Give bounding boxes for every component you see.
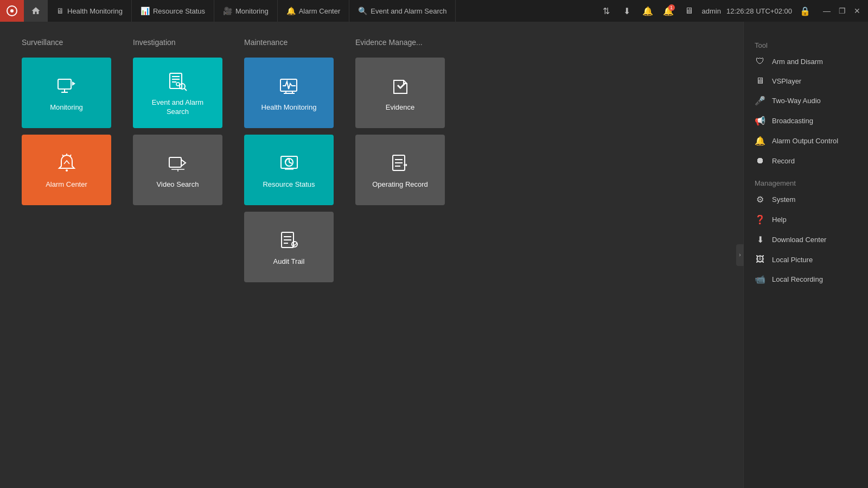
main-layout: Surveillance Monitoring: [0, 22, 868, 488]
health-monitoring-tab-icon: 🖥: [56, 7, 64, 15]
tab-event-alarm-search-label: Event and Alarm Search: [371, 7, 446, 15]
tile-alarm-center[interactable]: Alarm Center: [22, 135, 111, 205]
tab-health-monitoring-label: Health Monitoring: [67, 7, 123, 15]
sidebar-item-local-recording[interactable]: 📹 Local Recording: [744, 269, 868, 289]
investigation-tiles: Event and AlarmSearch Video Search: [133, 58, 222, 205]
svg-point-1: [10, 9, 14, 12]
sidebar-item-vsplayer-label: VSPlayer: [772, 77, 801, 85]
sidebar-management-section-title: Management: [744, 175, 868, 189]
tile-event-alarm-search-label: Event and AlarmSearch: [152, 98, 203, 117]
tile-health-monitoring-label: Health Monitoring: [261, 103, 317, 112]
tile-audit-trail-label: Audit Trail: [273, 257, 305, 267]
sidebar-item-local-picture-label: Local Picture: [772, 256, 813, 264]
tab-resource-status[interactable]: 📊 Resource Status: [132, 0, 214, 22]
alarm-badge: 1: [668, 4, 675, 11]
svg-point-33: [292, 242, 297, 247]
sidebar-item-local-picture[interactable]: 🖼 Local Picture: [744, 250, 868, 269]
alarm-center-tab-icon: 🔔: [286, 7, 296, 15]
sidebar-collapse-button[interactable]: ›: [736, 244, 744, 266]
sidebar-item-alarm-output-control[interactable]: 🔔 Alarm Output Control: [744, 131, 868, 151]
resource-status-tab-icon: 📊: [141, 7, 150, 15]
tile-video-search-label: Video Search: [157, 180, 199, 189]
tile-video-search[interactable]: Video Search: [133, 135, 222, 205]
categories-container: Surveillance Monitoring: [22, 38, 722, 282]
vsplayer-icon: 🖥: [755, 76, 765, 86]
sidebar-item-broadcasting[interactable]: 📢 Broadcasting: [744, 111, 868, 131]
svg-line-8: [62, 155, 63, 156]
sidebar-item-download-center[interactable]: ⬇ Download Center: [744, 230, 868, 250]
tab-alarm-center[interactable]: 🔔 Alarm Center: [278, 0, 350, 22]
alarm-icon[interactable]: 🔔1: [661, 3, 676, 18]
monitor-icon[interactable]: 🖥: [681, 3, 697, 18]
username: admin: [702, 7, 721, 15]
close-button[interactable]: ✕: [852, 5, 863, 16]
tile-monitoring[interactable]: Monitoring: [22, 58, 111, 128]
maintenance-tiles: Health Monitoring Resource Status: [244, 58, 334, 282]
category-investigation: Investigation Event and Al: [133, 38, 222, 282]
sidebar-item-download-center-label: Download Center: [772, 236, 826, 244]
sidebar: › Tool 🛡 Arm and Disarm 🖥 VSPlayer 🎤 Two…: [743, 22, 868, 488]
svg-rect-2: [58, 79, 71, 89]
sidebar-item-help[interactable]: ❓ Help: [744, 210, 868, 230]
category-surveillance-title: Surveillance: [22, 38, 111, 47]
restore-button[interactable]: ❐: [837, 5, 847, 16]
svg-point-15: [176, 83, 180, 86]
evidence-tiles: Evidence Operating Record: [355, 58, 445, 205]
tile-operating-record[interactable]: Operating Record: [355, 135, 445, 205]
tab-monitoring[interactable]: 🎥 Monitoring: [214, 0, 278, 22]
tile-health-monitoring[interactable]: Health Monitoring: [244, 58, 334, 128]
svg-line-9: [70, 155, 71, 156]
titlebar-right: ⇅ ⬇ 🔔 🔔1 🖥 admin 12:26:28 UTC+02:00 🔒 — …: [599, 3, 868, 18]
category-evidence: Evidence Manage... Evidence: [355, 38, 445, 282]
sidebar-item-vsplayer[interactable]: 🖥 VSPlayer: [744, 71, 868, 91]
download-center-icon: ⬇: [755, 235, 765, 245]
tile-monitoring-label: Monitoring: [50, 103, 83, 112]
download-icon[interactable]: ⬇: [620, 3, 635, 18]
bell-icon[interactable]: 🔔: [640, 3, 655, 18]
svg-rect-16: [169, 157, 181, 167]
window-controls: — ❐ ✕: [821, 5, 863, 16]
help-icon: ❓: [755, 214, 765, 225]
sidebar-item-arm-disarm[interactable]: 🛡 Arm and Disarm: [744, 52, 868, 71]
sidebar-tool-section-title: Tool: [744, 37, 868, 52]
category-maintenance-title: Maintenance: [244, 38, 334, 47]
alarm-output-control-icon: 🔔: [755, 136, 765, 146]
app-logo: [0, 0, 24, 22]
tab-health-monitoring[interactable]: 🖥 Health Monitoring: [48, 0, 132, 22]
sidebar-item-two-way-audio-label: Two-Way Audio: [772, 97, 821, 105]
record-icon: ⏺: [755, 156, 765, 166]
svg-marker-5: [72, 81, 75, 86]
two-way-audio-icon: 🎤: [755, 96, 765, 106]
tab-event-alarm-search[interactable]: 🔍 Event and Alarm Search: [349, 0, 456, 22]
tile-audit-trail[interactable]: Audit Trail: [244, 212, 334, 282]
tab-resource-status-label: Resource Status: [153, 7, 205, 15]
transfer-icon[interactable]: ⇅: [599, 3, 614, 18]
sidebar-item-system-label: System: [772, 195, 795, 204]
sidebar-item-two-way-audio[interactable]: 🎤 Two-Way Audio: [744, 91, 868, 111]
content-area: Surveillance Monitoring: [0, 22, 743, 488]
svg-point-6: [66, 169, 68, 172]
local-recording-icon: 📹: [755, 274, 765, 284]
tile-event-alarm-search[interactable]: Event and AlarmSearch: [133, 58, 222, 128]
event-alarm-search-tab-icon: 🔍: [358, 7, 367, 15]
arm-disarm-icon: 🛡: [755, 56, 765, 66]
sidebar-item-record[interactable]: ⏺ Record: [744, 151, 868, 170]
lock-icon[interactable]: 🔒: [797, 3, 813, 18]
minimize-button[interactable]: —: [821, 5, 832, 16]
home-button[interactable]: [24, 0, 48, 22]
tile-operating-record-label: Operating Record: [372, 180, 428, 189]
sidebar-item-help-label: Help: [772, 216, 787, 224]
sidebar-item-broadcasting-label: Broadcasting: [772, 117, 813, 125]
surveillance-tiles: Monitoring Alarm Center: [22, 58, 111, 205]
category-surveillance: Surveillance Monitoring: [22, 38, 111, 282]
sidebar-item-record-label: Record: [772, 157, 795, 165]
tile-resource-status-label: Resource Status: [263, 180, 315, 189]
tile-evidence-label: Evidence: [386, 103, 414, 112]
broadcasting-icon: 📢: [755, 116, 765, 126]
tile-evidence[interactable]: Evidence: [355, 58, 445, 128]
tile-resource-status[interactable]: Resource Status: [244, 135, 334, 205]
sidebar-item-arm-disarm-label: Arm and Disarm: [772, 58, 823, 66]
sidebar-item-system[interactable]: ⚙ System: [744, 189, 868, 210]
tab-bar: 🖥 Health Monitoring 📊 Resource Status 🎥 …: [48, 0, 599, 22]
sidebar-item-alarm-output-control-label: Alarm Output Control: [772, 137, 838, 145]
